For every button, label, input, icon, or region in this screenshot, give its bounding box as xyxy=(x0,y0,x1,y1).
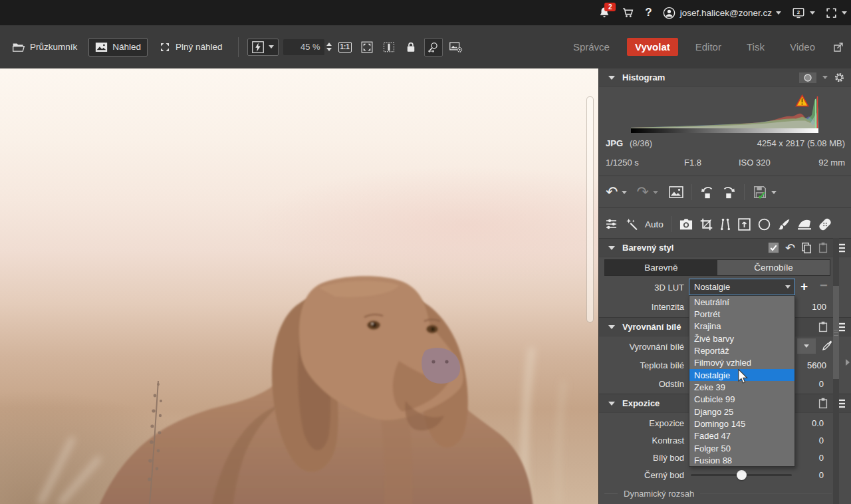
lut-option[interactable]: Django 25 xyxy=(689,406,794,418)
paste-icon[interactable] xyxy=(818,398,828,409)
copy-icon[interactable] xyxy=(801,242,812,253)
sliders-tool[interactable] xyxy=(604,217,618,231)
tint-value[interactable]: 0 xyxy=(819,379,824,389)
proofing-icon xyxy=(383,41,395,53)
tab-vyvolat[interactable]: Vyvolat xyxy=(627,38,678,56)
fit-to-window-button[interactable] xyxy=(358,39,376,56)
lut-option[interactable]: Reportáž xyxy=(689,344,794,356)
deform-tool[interactable] xyxy=(737,217,751,231)
panel-collapse-arrow[interactable] xyxy=(846,359,850,366)
dynamic-range-subsection[interactable]: Dynamický rozsah xyxy=(599,485,851,502)
aperture: F1.8 xyxy=(684,158,701,168)
lut-option[interactable]: Živé barvy xyxy=(689,332,794,344)
panel-scrollbar[interactable] xyxy=(833,238,839,504)
soft-proof-button[interactable] xyxy=(380,39,398,56)
white-point-value[interactable]: 0 xyxy=(819,453,824,463)
fast-preview-button[interactable] xyxy=(247,39,279,56)
fit-arrows-icon xyxy=(361,41,373,53)
account-menu[interactable]: josef.halicek@zoner.cz xyxy=(662,6,781,20)
wb-preset-dropdown-button[interactable] xyxy=(797,338,816,354)
straighten-tool[interactable] xyxy=(719,217,731,231)
eyedropper-icon[interactable] xyxy=(821,340,833,352)
collapse-chevron-icon xyxy=(608,76,615,80)
lut-option[interactable]: Folger 50 xyxy=(689,442,794,454)
color-style-section-header[interactable]: Barevný styl ↶ xyxy=(599,238,851,257)
histogram-mode-icon[interactable] xyxy=(799,72,816,83)
monitor-profile-menu[interactable]: 2 xyxy=(791,7,815,19)
auto-label[interactable]: Auto xyxy=(645,219,664,229)
radial-filter-tool[interactable] xyxy=(757,217,771,231)
chevron-down-icon[interactable] xyxy=(771,191,777,194)
redo-button[interactable]: ↷ xyxy=(636,185,648,199)
enabled-checkbox[interactable] xyxy=(768,242,779,253)
clipping-warning-icon[interactable] xyxy=(795,94,809,107)
tab-editor[interactable]: Editor xyxy=(687,38,729,56)
tab-spravce[interactable]: Správce xyxy=(565,38,618,56)
remove-lut-button[interactable]: − xyxy=(820,278,828,293)
tab-video[interactable]: Video xyxy=(782,38,823,56)
rotate-right-button[interactable] xyxy=(720,185,736,199)
gear-icon[interactable] xyxy=(834,72,845,83)
exposure-value[interactable]: 0.0 xyxy=(812,418,824,428)
image-vertical-scrollbar[interactable] xyxy=(586,96,594,322)
contrast-value[interactable]: 0 xyxy=(819,436,824,445)
lut-option[interactable]: Faded 47 xyxy=(689,430,794,442)
intensity-value[interactable]: 100 xyxy=(812,302,826,312)
camera-tool[interactable] xyxy=(679,218,693,231)
undock-icon[interactable] xyxy=(832,41,844,53)
healing-patch-tool[interactable] xyxy=(818,217,832,231)
slider-handle[interactable] xyxy=(737,470,747,480)
lut-option[interactable]: Fusion 88 xyxy=(689,454,794,466)
paste-icon[interactable] xyxy=(818,321,828,332)
lock-button[interactable] xyxy=(402,39,420,56)
lut-option[interactable]: Domingo 145 xyxy=(689,418,794,430)
lut-combobox[interactable]: Nostalgie xyxy=(689,279,795,295)
tab-cernobile[interactable]: Černobíle xyxy=(717,260,830,275)
lut-option[interactable]: Neutrální xyxy=(689,296,794,308)
focal-length: 92 mm xyxy=(818,158,845,168)
compare-view-button[interactable] xyxy=(424,38,443,57)
chevron-down-icon[interactable] xyxy=(622,191,627,194)
notifications-button[interactable]: 2 xyxy=(598,6,611,19)
image-canvas[interactable] xyxy=(0,68,598,504)
lut-option[interactable]: Krajina xyxy=(689,320,794,332)
chevron-down-icon[interactable] xyxy=(822,76,828,79)
tab-barevne[interactable]: Barevně xyxy=(605,260,717,275)
chevron-down-icon[interactable] xyxy=(653,191,658,194)
help-button[interactable]: ? xyxy=(645,6,652,19)
black-point-slider[interactable] xyxy=(691,466,792,483)
image-icon xyxy=(95,42,108,53)
tab-tisk[interactable]: Tisk xyxy=(739,38,773,56)
full-preview-button[interactable]: Plný náhled xyxy=(152,37,229,57)
lut-option[interactable]: Filmový vzhled xyxy=(689,357,794,369)
crop-tool[interactable] xyxy=(699,217,713,231)
compare-magnifier-icon xyxy=(427,41,439,53)
undo-button[interactable]: ↶ xyxy=(606,185,618,199)
preview-settings-button[interactable] xyxy=(447,39,465,56)
auto-enhance-wand-tool[interactable] xyxy=(624,217,639,231)
paste-icon[interactable] xyxy=(818,242,828,253)
panel-scrollbar-thumb[interactable] xyxy=(833,286,839,379)
app-window: 2 ? josef.halicek@zoner.cz 2 xyxy=(0,0,851,504)
histogram-section-header[interactable]: Histogram xyxy=(599,68,851,87)
reset-section-button[interactable]: ↶ xyxy=(785,243,795,253)
lut-option[interactable]: Portrét xyxy=(689,308,794,320)
black-point-value[interactable]: 0 xyxy=(819,470,824,480)
temperature-label: Teplota bílé xyxy=(640,360,685,370)
browser-button[interactable]: Průzkumník xyxy=(5,37,84,57)
original-preview-button[interactable] xyxy=(669,186,683,198)
save-button[interactable]: ✓ xyxy=(753,185,767,199)
temperature-value[interactable]: 5600 xyxy=(807,360,826,370)
gradient-filter-tool[interactable] xyxy=(797,217,812,231)
zoom-input[interactable]: 45 % xyxy=(283,39,324,55)
fullscreen-menu[interactable] xyxy=(825,7,847,19)
lut-option[interactable]: Cubicle 99 xyxy=(689,394,794,406)
zoom-stepper[interactable] xyxy=(326,43,332,51)
add-lut-button[interactable]: + xyxy=(800,279,808,294)
module-tabs: Správce Vyvolat Editor Tisk Video xyxy=(565,25,844,68)
preview-button[interactable]: Náhled xyxy=(88,38,148,57)
zoom-100-button[interactable]: 1:1 xyxy=(336,39,354,56)
rotate-left-button[interactable] xyxy=(700,185,716,199)
brush-tool[interactable] xyxy=(777,217,791,231)
cart-button[interactable] xyxy=(621,6,635,19)
